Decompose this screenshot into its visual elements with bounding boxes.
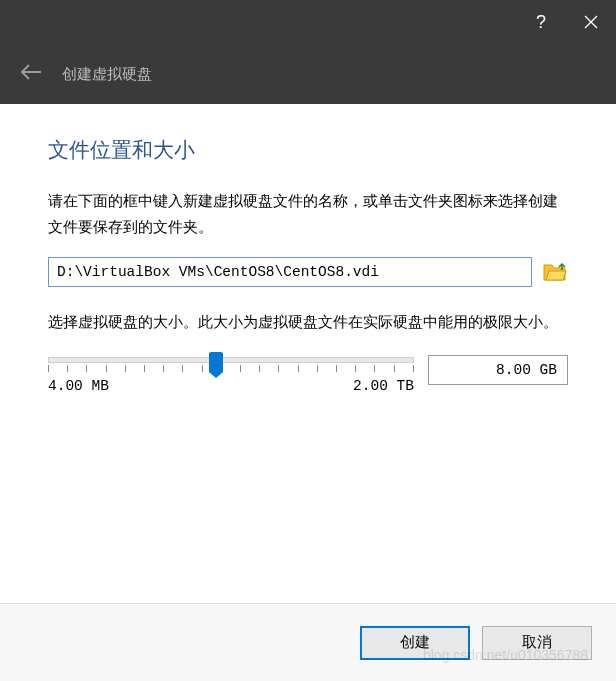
slider-labels: 4.00 MB 2.00 TB (48, 378, 414, 394)
footer: 创建 取消 (0, 603, 616, 681)
arrow-left-icon (20, 63, 42, 81)
cancel-button[interactable]: 取消 (482, 626, 592, 660)
slider-min-label: 4.00 MB (48, 378, 109, 394)
help-button[interactable]: ? (516, 0, 566, 44)
create-button[interactable]: 创建 (360, 626, 470, 660)
page-title: 创建虚拟硬盘 (62, 65, 152, 84)
size-slider[interactable]: 4.00 MB 2.00 TB (48, 353, 414, 394)
path-description: 请在下面的框中键入新建虚拟硬盘文件的名称，或单击文件夹图标来选择创建文件要保存到… (48, 188, 568, 239)
title-bar: ? (0, 0, 616, 44)
path-row (48, 257, 568, 287)
slider-ticks (48, 365, 414, 372)
back-button[interactable] (20, 63, 42, 85)
section-heading: 文件位置和大小 (48, 136, 568, 164)
help-icon: ? (536, 12, 546, 33)
slider-row: 4.00 MB 2.00 TB 8.00 GB (48, 353, 568, 394)
size-description: 选择虚拟硬盘的大小。此大小为虚拟硬盘文件在实际硬盘中能用的极限大小。 (48, 309, 568, 335)
path-input[interactable] (48, 257, 532, 287)
content-area: 文件位置和大小 请在下面的框中键入新建虚拟硬盘文件的名称，或单击文件夹图标来选择… (0, 104, 616, 602)
size-value-box[interactable]: 8.00 GB (428, 355, 568, 385)
size-value: 8.00 GB (496, 362, 557, 378)
folder-icon (543, 262, 567, 282)
slider-track (48, 357, 414, 363)
slider-max-label: 2.00 TB (353, 378, 414, 394)
close-button[interactable] (566, 0, 616, 44)
browse-button[interactable] (542, 260, 568, 284)
slider-thumb[interactable] (209, 352, 223, 372)
close-icon (584, 15, 598, 29)
wizard-header: 创建虚拟硬盘 (0, 44, 616, 104)
